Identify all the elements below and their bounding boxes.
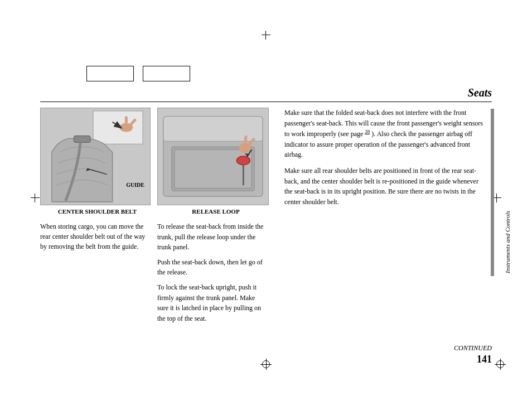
main-content: GUIDE CENTER SHOULDER BELT When storing … xyxy=(40,108,487,340)
svg-point-14 xyxy=(237,156,250,165)
top-rect-area xyxy=(86,66,190,81)
center-para-1: To release the seat-back from inside the… xyxy=(157,221,268,253)
center-para-2: Push the seat-back down, then let go of … xyxy=(157,257,268,278)
svg-rect-15 xyxy=(239,158,247,160)
center-body-text: To release the seat-back from inside the… xyxy=(157,221,268,328)
continued-label: CONTINUED xyxy=(454,344,492,352)
top-rect-right xyxy=(143,66,190,81)
section-title: Seats xyxy=(468,86,492,99)
left-illustration-caption: CENTER SHOULDER BELT xyxy=(40,208,154,215)
center-para-3: To lock the seat-back upright, push it f… xyxy=(157,282,268,323)
circle-mark-br xyxy=(496,360,504,368)
left-section: GUIDE CENTER SHOULDER BELT When storing … xyxy=(40,108,154,340)
illustration-center-box xyxy=(157,108,269,205)
right-para-2: Make sure all rear shoulder belts are po… xyxy=(284,166,487,207)
guide-label: GUIDE xyxy=(126,182,144,188)
side-label: Instruments and Controls xyxy=(504,123,511,273)
crosshair-left xyxy=(31,194,40,202)
svg-line-17 xyxy=(245,136,246,143)
top-rect-left xyxy=(86,66,134,81)
svg-rect-1 xyxy=(93,111,143,144)
page-number: 141 xyxy=(477,354,492,365)
crosshair-top xyxy=(262,31,270,40)
left-body-text: When storing cargo, you can move the rea… xyxy=(40,221,146,252)
side-label-bar xyxy=(491,109,494,276)
circle-mark-bottom xyxy=(262,360,270,368)
right-text-section: Make sure that the folded seat-back does… xyxy=(284,108,487,340)
illustration-left-box: GUIDE xyxy=(40,108,151,205)
svg-rect-6 xyxy=(74,136,90,142)
center-illustration-caption: RELEASE LOOP xyxy=(157,208,274,215)
right-para-1: Make sure that the folded seat-back does… xyxy=(284,108,487,160)
center-section: RELEASE LOOP To release the seat-back fr… xyxy=(157,108,274,340)
svg-rect-13 xyxy=(175,149,252,188)
section-divider xyxy=(40,102,492,102)
svg-rect-11 xyxy=(163,117,263,141)
